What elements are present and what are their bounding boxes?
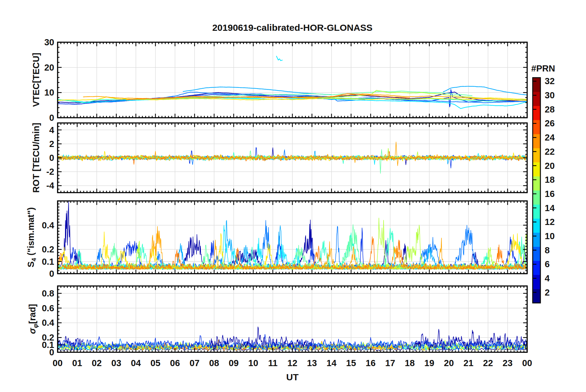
ytick-label: 0.6 xyxy=(42,303,54,313)
xtick-label: 00 xyxy=(522,358,532,368)
xtick-label: 08 xyxy=(209,358,219,368)
panel-grid-sigma-phi xyxy=(58,286,527,352)
xtick-label: 22 xyxy=(483,358,493,368)
colorbar-tick-label: 10 xyxy=(545,231,555,241)
xtick-label: 03 xyxy=(111,358,121,368)
colorbar-block xyxy=(533,148,540,162)
ylabel-s4-pre: S xyxy=(26,261,36,267)
colorbar-block xyxy=(533,204,540,218)
ytick-label: 0.4 xyxy=(42,318,54,328)
series-prn-12 xyxy=(276,56,283,61)
ylabel-vtec: VTEC[TECU] xyxy=(31,53,41,107)
ytick-label: 0.2 xyxy=(42,244,54,254)
colorbar-tick-label: 30 xyxy=(545,90,555,100)
xtick-label: 15 xyxy=(346,358,356,368)
colorbar-block xyxy=(533,289,540,303)
ytick-label: 2 xyxy=(49,139,54,149)
xtick-label: 09 xyxy=(229,358,238,368)
xtick-label: 23 xyxy=(503,358,512,368)
colorbar-tick-label: 22 xyxy=(545,147,555,157)
colorbar-title: #PRN xyxy=(531,63,555,74)
xtick-label: 21 xyxy=(463,358,473,368)
xtick-label: 02 xyxy=(92,358,102,368)
xtick-label: 12 xyxy=(287,358,297,368)
xtick-label: 11 xyxy=(268,358,278,368)
panel-grid-s4 xyxy=(58,201,527,274)
ytick-labels-sigma-phi: 00.10.20.40.60.8 xyxy=(42,288,54,357)
ytick-label: 0 xyxy=(49,153,54,163)
ytick-label: 20 xyxy=(44,63,54,72)
xaxis-label: UT xyxy=(286,372,299,382)
colorbar-tick-label: 18 xyxy=(545,175,555,185)
colorbar-block xyxy=(533,275,540,289)
ytick-label: -2 xyxy=(46,167,54,177)
colorbar-tick-label: 16 xyxy=(545,189,555,199)
ytick-label: 30 xyxy=(44,37,54,47)
colorbar-tick-label: 20 xyxy=(545,161,555,171)
xtick-label: 01 xyxy=(72,358,82,368)
colorbar-block xyxy=(533,162,540,176)
colorbar-tick-label: 32 xyxy=(545,76,555,86)
colorbar-block xyxy=(533,134,540,148)
ytick-label: 0.2 xyxy=(42,333,54,342)
ylabel-sigma-pre: σ xyxy=(27,328,37,334)
ylabel-s4-post: ("ism.mat") xyxy=(26,207,36,258)
ylabel-s4-sub: 4 xyxy=(31,258,37,261)
xtick-label: 20 xyxy=(444,358,454,368)
colorbar-tick-label: 8 xyxy=(545,245,550,255)
ytick-labels-s4: 00.10.20.4 xyxy=(42,220,54,279)
ylabel-sigma-sub: φ xyxy=(32,324,39,328)
colorbar-block xyxy=(533,120,540,134)
xtick-label: 06 xyxy=(170,358,180,368)
ytick-label: -4 xyxy=(46,181,54,190)
xtick-label: 04 xyxy=(131,358,141,368)
colorbar-block xyxy=(533,218,540,233)
colorbar-block xyxy=(533,233,540,247)
xtick-label: 17 xyxy=(385,358,395,368)
colorbar-block xyxy=(533,106,540,120)
xtick-label: 16 xyxy=(366,358,376,368)
colorbar: 2468101214161820222426283032 xyxy=(533,76,555,303)
xtick-label: 00 xyxy=(53,358,63,368)
colorbar-tick-label: 12 xyxy=(545,217,555,227)
ytick-labels-rot: -4-2024 xyxy=(46,125,54,191)
ytick-label: 4 xyxy=(49,125,54,135)
chart-svg: 0102030-4-202400.10.20.400.10.20.40.60.8… xyxy=(0,0,586,392)
xtick-label: 10 xyxy=(248,358,258,368)
ytick-label: 0.4 xyxy=(42,220,54,230)
figure-canvas: 0102030-4-202400.10.20.400.10.20.40.60.8… xyxy=(0,0,586,392)
colorbar-block xyxy=(533,176,540,190)
xtick-labels: 0001020304050607080910111213141516171819… xyxy=(53,358,532,368)
colorbar-block xyxy=(533,190,540,205)
colorbar-tick-label: 14 xyxy=(545,203,555,213)
colorbar-tick-label: 6 xyxy=(545,259,550,269)
xtick-label: 18 xyxy=(405,358,415,368)
ylabel-sigma-post: [rad] xyxy=(27,304,37,324)
colorbar-block xyxy=(533,78,540,92)
colorbar-tick-label: 4 xyxy=(545,273,550,283)
ylabel-sigma-phi: σφ[rad] xyxy=(27,304,39,334)
colorbar-block xyxy=(533,92,540,106)
colorbar-block xyxy=(533,247,540,261)
ytick-label: 10 xyxy=(44,88,54,97)
ytick-label: 0 xyxy=(49,269,54,279)
colorbar-block xyxy=(533,261,540,275)
xtick-label: 13 xyxy=(307,358,317,368)
xtick-label: 05 xyxy=(150,358,160,368)
colorbar-tick-label: 26 xyxy=(545,118,555,128)
ylabel-rot: ROT [TECU/min] xyxy=(31,123,41,193)
ytick-labels-vtec: 0102030 xyxy=(44,37,54,123)
chart-title: 20190619-calibrated-HOR-GLONASS xyxy=(212,22,372,33)
xtick-label: 07 xyxy=(189,358,199,368)
xtick-label: 14 xyxy=(327,358,336,368)
ylabel-s4: S4 ("ism.mat") xyxy=(26,207,38,267)
ytick-label: 0.8 xyxy=(42,288,54,298)
ytick-label: 0.1 xyxy=(42,257,54,267)
panel-grid-vtec xyxy=(58,42,527,118)
colorbar-tick-label: 24 xyxy=(545,133,555,142)
series-prn-10 xyxy=(443,86,527,95)
colorbar-tick-label: 28 xyxy=(545,104,555,114)
ytick-label: 0 xyxy=(49,113,54,123)
colorbar-tick-label: 2 xyxy=(545,288,550,297)
xtick-label: 19 xyxy=(424,358,434,368)
